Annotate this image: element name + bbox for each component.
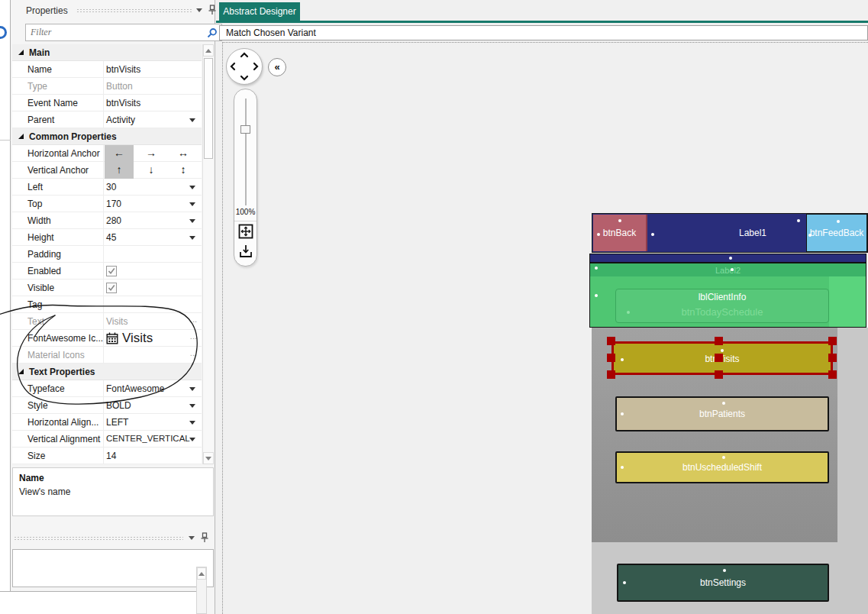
- widget-btnBack[interactable]: btnBack: [593, 215, 647, 251]
- dropdown-arrow-icon[interactable]: [189, 236, 195, 240]
- ellipsis-button[interactable]: ...: [190, 331, 197, 341]
- widget-btnUscheduledShift[interactable]: btnUscheduledShift: [615, 451, 829, 483]
- widget-btnPatients[interactable]: btnPatients: [615, 396, 829, 431]
- anchor-dot: [722, 402, 725, 405]
- partial-search-icon: [0, 26, 7, 39]
- fit-screen-icon[interactable]: [238, 224, 253, 239]
- selection-handle-sw[interactable]: [607, 370, 615, 379]
- dropdown-arrow-icon[interactable]: [189, 118, 195, 122]
- parent-value[interactable]: Activity: [106, 115, 135, 125]
- widget-Label1[interactable]: Label1: [692, 214, 814, 252]
- scroll-up-button[interactable]: [197, 567, 206, 580]
- scroll-down-button[interactable]: [203, 452, 214, 464]
- selection-handle-center[interactable]: [715, 354, 723, 362]
- filter-input[interactable]: [31, 26, 198, 39]
- pan-control[interactable]: [226, 48, 263, 85]
- anchor-stretch-h-icon[interactable]: ↔: [169, 145, 198, 162]
- left-value[interactable]: 30: [106, 182, 116, 192]
- anchor-dot: [731, 268, 734, 271]
- vertical-alignment-value[interactable]: CENTER_VERTICAL: [106, 434, 190, 443]
- tab-abstract-designer[interactable]: Abstract Designer: [219, 2, 300, 21]
- collapse-triangle-icon: [18, 369, 24, 375]
- ellipsis-button[interactable]: ...: [190, 348, 197, 357]
- selection-handle-nw[interactable]: [607, 337, 615, 345]
- anchor-dot: [721, 349, 724, 352]
- checkbox-checked-icon[interactable]: [106, 266, 117, 276]
- collapse-left-button[interactable]: «: [268, 58, 286, 76]
- bottom-scrollbar[interactable]: [196, 567, 207, 614]
- green-panel[interactable]: Label2 lblClientInfo btnTodaySchedule: [589, 263, 866, 328]
- pan-up-icon: [241, 53, 247, 57]
- widget-btnFeedBack[interactable]: btnFeedBack: [806, 214, 867, 252]
- properties-scrollbar[interactable]: [202, 44, 213, 464]
- anchor-left-icon[interactable]: ←: [105, 145, 134, 162]
- prop-section-common[interactable]: Common Properties: [12, 128, 202, 145]
- divider: [0, 140, 11, 141]
- anchor-right-icon[interactable]: →: [137, 145, 166, 162]
- pin-icon[interactable]: [208, 5, 217, 15]
- dropdown-arrow-icon[interactable]: [189, 186, 195, 189]
- scroll-up-button[interactable]: [203, 44, 214, 57]
- variant-dropdown[interactable]: Match Chosen Variant: [219, 25, 868, 40]
- anchor-dot: [797, 219, 800, 222]
- anchor-dot: [621, 466, 624, 469]
- dropdown-arrow-icon[interactable]: [189, 202, 195, 206]
- widget-Label2-strip[interactable]: [589, 254, 866, 263]
- type-value: Button: [106, 81, 133, 92]
- save-screenshot-icon[interactable]: [238, 244, 253, 259]
- height-value[interactable]: 45: [106, 232, 116, 243]
- event-name-value[interactable]: btnVisits: [106, 98, 140, 108]
- anchor-stretch-v-icon[interactable]: ↕: [169, 162, 198, 179]
- anchor-dot: [722, 456, 725, 459]
- zoom-slider-track[interactable]: [245, 99, 247, 205]
- prop-section-main[interactable]: Main: [12, 44, 202, 61]
- widget-lblClientInfo[interactable]: lblClientInfo: [616, 292, 828, 302]
- pin-icon[interactable]: [200, 532, 209, 543]
- prop-row-left: Left 30: [12, 179, 202, 196]
- selection-handle-se[interactable]: [828, 370, 837, 379]
- top-value[interactable]: 170: [106, 199, 121, 209]
- selection-handle-s[interactable]: [715, 370, 723, 379]
- widget-btnSettings[interactable]: btnSettings: [617, 564, 829, 602]
- anchor-bottom-icon[interactable]: ↓: [137, 162, 166, 179]
- dropdown-arrow-icon[interactable]: [189, 404, 195, 408]
- width-value[interactable]: 280: [106, 215, 121, 226]
- anchor-dot: [597, 233, 600, 236]
- prop-row-typeface: Typeface FontAwesome: [12, 380, 202, 397]
- selection-handle-w[interactable]: [607, 354, 615, 362]
- style-value[interactable]: BOLD: [106, 400, 131, 411]
- dropdown-arrow-icon[interactable]: [189, 387, 195, 391]
- text-value[interactable]: Visits: [106, 316, 127, 327]
- widget-Label2[interactable]: Label2: [590, 263, 866, 276]
- search-icon[interactable]: [207, 27, 218, 38]
- dropdown-arrow-icon[interactable]: [189, 219, 195, 223]
- widget-btnTodaySchedule[interactable]: lblClientInfo btnTodaySchedule: [615, 289, 829, 323]
- zoom-control: 100%: [234, 89, 257, 267]
- dropdown-arrow-icon[interactable]: [189, 438, 195, 441]
- typeface-value[interactable]: FontAwesome: [106, 383, 164, 394]
- pan-left-icon: [231, 63, 234, 69]
- horizontal-align-value[interactable]: LEFT: [106, 417, 128, 428]
- left-dock-strip: [0, 0, 11, 614]
- chevron-down-icon[interactable]: [189, 536, 195, 540]
- zoom-level: 100%: [234, 208, 257, 216]
- selection-handle-n[interactable]: [715, 337, 723, 345]
- prop-section-text-properties[interactable]: Text Properties: [12, 364, 202, 380]
- selection-handle-e[interactable]: [828, 354, 837, 362]
- zoom-slider-handle[interactable]: [240, 125, 250, 134]
- checkbox-checked-icon[interactable]: [106, 283, 117, 293]
- name-value[interactable]: btnVisits: [106, 64, 140, 75]
- fontawesome-value[interactable]: Visits: [122, 331, 153, 346]
- selection-handle-ne[interactable]: [828, 337, 837, 345]
- anchor-top-icon[interactable]: ↑: [105, 162, 134, 179]
- pan-right-icon: [254, 63, 257, 69]
- chevron-down-icon[interactable]: [196, 8, 202, 12]
- scrollbar-thumb[interactable]: [204, 58, 213, 159]
- dropdown-arrow-icon[interactable]: [189, 421, 195, 425]
- ellipsis-button[interactable]: ...: [190, 315, 197, 324]
- anchor-dot: [595, 294, 598, 297]
- collapse-triangle-icon: [18, 50, 24, 56]
- anchor-dot: [623, 581, 626, 584]
- size-value[interactable]: 14: [106, 451, 116, 461]
- top-bar-row: btnBack Label1 btnFeedBack: [592, 213, 868, 253]
